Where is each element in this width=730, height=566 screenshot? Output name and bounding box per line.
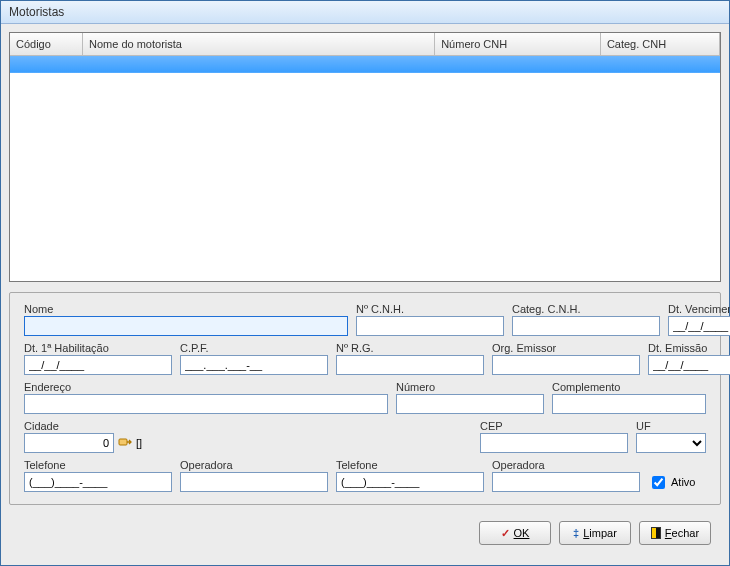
cep-input[interactable] bbox=[480, 433, 628, 453]
label-nome: Nome bbox=[24, 303, 348, 315]
cidade-code-input[interactable]: 0 bbox=[24, 433, 114, 453]
label-op1: Operadora bbox=[180, 459, 328, 471]
dt-venc-input[interactable] bbox=[668, 316, 730, 336]
tel1-input[interactable] bbox=[24, 472, 172, 492]
cpf-input[interactable] bbox=[180, 355, 328, 375]
content-area: Código Nome do motorista Número CNH Cate… bbox=[1, 24, 729, 565]
ok-button[interactable]: ✓ OK bbox=[479, 521, 551, 545]
driver-form: Nome Nº C.N.H. Categ. C.N.H. Dt. Vencime… bbox=[9, 292, 721, 505]
tel2-input[interactable] bbox=[336, 472, 484, 492]
rg-input[interactable] bbox=[336, 355, 484, 375]
table-row[interactable] bbox=[10, 55, 720, 73]
label-categ-cnh: Categ. C.N.H. bbox=[512, 303, 660, 315]
op1-input[interactable] bbox=[180, 472, 328, 492]
nome-input[interactable] bbox=[24, 316, 348, 336]
drivers-grid[interactable]: Código Nome do motorista Número CNH Cate… bbox=[9, 32, 721, 282]
col-categ-cnh[interactable]: Categ. CNH bbox=[600, 33, 719, 55]
op2-input[interactable] bbox=[492, 472, 640, 492]
fechar-button[interactable]: Fechar bbox=[639, 521, 711, 545]
label-cep: CEP bbox=[480, 420, 628, 432]
grid-empty-area bbox=[10, 73, 720, 281]
label-dt-venc: Dt. Vencimento bbox=[668, 303, 730, 315]
label-rg: Nº R.G. bbox=[336, 342, 484, 354]
limpar-button[interactable]: ‡ Limpar bbox=[559, 521, 631, 545]
label-tel1: Telefone bbox=[24, 459, 172, 471]
categ-cnh-input[interactable] bbox=[512, 316, 660, 336]
window-motoristas: Motoristas Código Nome do motorista Núme… bbox=[0, 0, 730, 566]
label-numero: Número bbox=[396, 381, 544, 393]
dt-emissao-input[interactable] bbox=[648, 355, 730, 375]
label-ativo: Ativo bbox=[671, 476, 695, 488]
numero-input[interactable] bbox=[396, 394, 544, 414]
ok-label: OK bbox=[514, 527, 530, 539]
label-tel2: Telefone bbox=[336, 459, 484, 471]
label-op2: Operadora bbox=[492, 459, 640, 471]
label-org-emissor: Org. Emissor bbox=[492, 342, 640, 354]
lookup-icon[interactable] bbox=[118, 436, 132, 450]
label-complemento: Complemento bbox=[552, 381, 706, 393]
button-row: ✓ OK ‡ Limpar Fechar bbox=[9, 515, 721, 545]
limpar-rest: impar bbox=[589, 527, 617, 539]
label-cpf: C.P.F. bbox=[180, 342, 328, 354]
cidade-display: [] bbox=[136, 437, 142, 449]
label-dt-emissao: Dt. Emissão bbox=[648, 342, 730, 354]
col-num-cnh[interactable]: Número CNH bbox=[435, 33, 601, 55]
complemento-input[interactable] bbox=[552, 394, 706, 414]
svg-rect-0 bbox=[119, 439, 127, 445]
window-title: Motoristas bbox=[1, 1, 729, 24]
label-cidade: Cidade bbox=[24, 420, 164, 432]
clear-icon: ‡ bbox=[573, 527, 579, 539]
uf-select[interactable] bbox=[636, 433, 706, 453]
dt-hab-input[interactable] bbox=[24, 355, 172, 375]
col-codigo[interactable]: Código bbox=[10, 33, 83, 55]
close-icon bbox=[651, 527, 661, 539]
label-num-cnh: Nº C.N.H. bbox=[356, 303, 504, 315]
ativo-checkbox[interactable] bbox=[652, 476, 665, 489]
grid-header-row: Código Nome do motorista Número CNH Cate… bbox=[10, 33, 720, 55]
label-dt-hab: Dt. 1ª Habilitação bbox=[24, 342, 172, 354]
org-emissor-input[interactable] bbox=[492, 355, 640, 375]
ativo-field[interactable]: Ativo bbox=[648, 472, 695, 492]
num-cnh-input[interactable] bbox=[356, 316, 504, 336]
check-icon: ✓ bbox=[501, 527, 510, 540]
col-nome[interactable]: Nome do motorista bbox=[83, 33, 435, 55]
fechar-rest: echar bbox=[672, 527, 700, 539]
label-uf: UF bbox=[636, 420, 706, 432]
label-endereco: Endereço bbox=[24, 381, 388, 393]
endereco-input[interactable] bbox=[24, 394, 388, 414]
